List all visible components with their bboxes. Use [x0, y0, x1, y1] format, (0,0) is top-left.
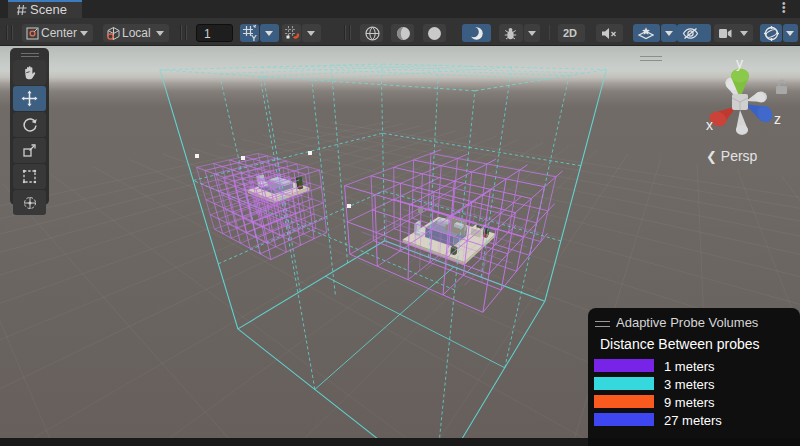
- svg-text:x: x: [706, 117, 713, 133]
- svg-text:z: z: [774, 111, 781, 127]
- svg-text:y: y: [736, 55, 743, 71]
- svg-text:Y: Y: [251, 33, 257, 42]
